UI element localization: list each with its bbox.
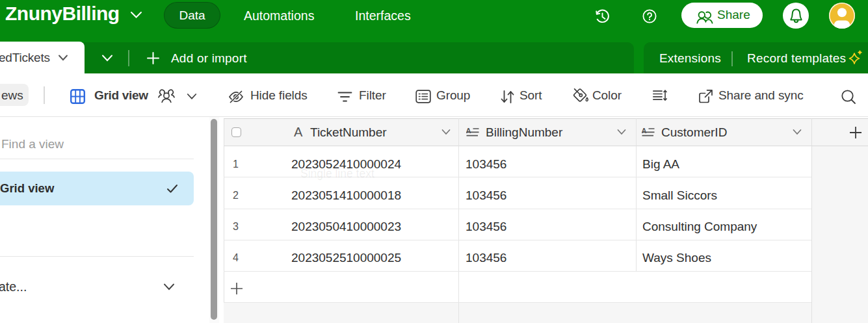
svg-text:A: A bbox=[642, 127, 647, 135]
svg-text:A: A bbox=[466, 127, 471, 135]
